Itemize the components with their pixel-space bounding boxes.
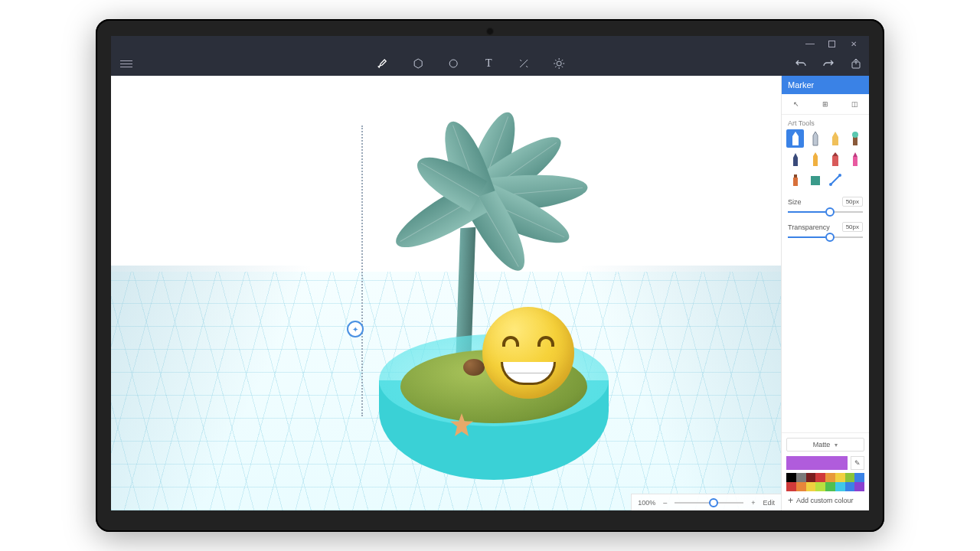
color-swatch[interactable] xyxy=(796,473,806,482)
zoom-in-button[interactable]: + xyxy=(751,499,755,507)
tool-calligraphy-icon[interactable] xyxy=(827,129,844,148)
art-tools-grid xyxy=(782,129,869,194)
tool-fat-marker-icon[interactable] xyxy=(827,150,844,168)
zoom-out-button[interactable]: – xyxy=(663,499,667,507)
finish-dropdown[interactable]: Matte ▾ xyxy=(786,438,864,452)
color-swatch[interactable] xyxy=(854,482,864,491)
transparency-label: Transparency xyxy=(788,223,830,231)
transparency-slider-block: Transparency 50px xyxy=(782,219,869,244)
tool-highlighter-icon[interactable] xyxy=(847,150,864,168)
color-swatch[interactable] xyxy=(825,473,835,482)
svg-point-1 xyxy=(557,61,561,66)
color-swatch[interactable] xyxy=(835,473,845,482)
eyedropper-icon[interactable]: ✎ xyxy=(851,456,864,470)
scene-island[interactable] xyxy=(379,334,609,480)
menu-button[interactable] xyxy=(111,60,142,67)
color-swatch[interactable] xyxy=(815,473,825,482)
share-icon[interactable] xyxy=(849,57,863,70)
svg-point-11 xyxy=(829,183,832,186)
mode-3d-icon[interactable]: ◫ xyxy=(840,94,869,114)
main-toolbar: T xyxy=(111,51,869,76)
add-color-label: Add custom colour xyxy=(796,497,854,504)
zoom-slider[interactable] xyxy=(675,502,743,504)
status-bar: 100% – + Edit xyxy=(631,494,781,510)
tool-pen-icon[interactable] xyxy=(786,150,804,168)
tool-spray-icon[interactable] xyxy=(786,171,804,189)
mode-2d-icon[interactable]: ⊞ xyxy=(811,94,840,114)
color-swatch[interactable] xyxy=(854,473,864,482)
color-swatch[interactable] xyxy=(815,482,825,491)
art-tools-label: Art Tools xyxy=(782,115,869,129)
rotate-handle-icon[interactable]: ✦ xyxy=(347,321,364,337)
brush-tool-icon[interactable] xyxy=(376,57,390,70)
coconut xyxy=(463,359,485,376)
undo-icon[interactable] xyxy=(794,57,808,70)
size-slider-block: Size 50px xyxy=(782,194,869,219)
size-label: Size xyxy=(788,198,802,206)
mode-cursor-icon[interactable]: ↖ xyxy=(782,94,811,114)
transparency-value[interactable]: 50px xyxy=(842,222,863,232)
panel-title: Marker xyxy=(782,76,869,94)
color-swatch[interactable] xyxy=(806,473,816,482)
chevron-down-icon: ▾ xyxy=(835,442,838,448)
svg-rect-5 xyxy=(832,156,838,166)
color-swatch[interactable] xyxy=(825,482,835,491)
size-value[interactable]: 50px xyxy=(842,197,863,207)
starfish xyxy=(448,411,475,439)
color-swatch[interactable] xyxy=(845,473,855,482)
canvas[interactable]: ✦ 100% – + Edit xyxy=(111,76,781,510)
tool-oil-brush-icon[interactable] xyxy=(847,129,864,148)
tool-marker-icon[interactable] xyxy=(786,129,804,148)
color-swatch-grid xyxy=(786,473,864,491)
color-section: Matte ▾ ✎ + Add custom colour xyxy=(782,432,869,510)
redo-icon[interactable] xyxy=(822,57,835,70)
emoji-face xyxy=(482,307,574,399)
svg-point-4 xyxy=(852,132,858,138)
mode-switch: ↖ ⊞ ◫ xyxy=(782,94,869,115)
app-window: T xyxy=(111,36,869,510)
stickers-icon[interactable] xyxy=(446,57,460,70)
svg-rect-8 xyxy=(794,174,797,178)
svg-rect-6 xyxy=(853,157,858,166)
palm-leaves xyxy=(379,126,593,279)
tool-fill-icon[interactable] xyxy=(806,171,824,189)
tablet-camera xyxy=(486,28,494,35)
window-minimize-button[interactable] xyxy=(802,36,818,51)
side-panel: Marker ↖ ⊞ ◫ Art Tools xyxy=(781,76,869,510)
svg-rect-7 xyxy=(793,178,798,186)
svg-point-0 xyxy=(449,60,457,67)
current-color-swatch[interactable] xyxy=(786,456,848,470)
size-slider[interactable] xyxy=(788,211,863,213)
text-tool-icon[interactable]: T xyxy=(482,57,495,70)
window-maximize-button[interactable] xyxy=(828,41,835,47)
lighting-icon[interactable] xyxy=(552,57,566,70)
color-swatch[interactable] xyxy=(845,482,855,491)
selection-guide xyxy=(361,126,363,416)
tool-line-icon[interactable] xyxy=(827,171,844,189)
window-titlebar xyxy=(111,36,869,51)
color-swatch[interactable] xyxy=(786,473,796,482)
window-close-button[interactable] xyxy=(846,36,861,51)
plus-icon: + xyxy=(788,495,793,506)
finish-label: Matte xyxy=(813,441,831,448)
color-swatch[interactable] xyxy=(786,482,796,491)
tool-pencil-icon[interactable] xyxy=(806,129,824,148)
edit-button[interactable]: Edit xyxy=(763,499,775,507)
color-swatch[interactable] xyxy=(806,482,816,491)
transparency-slider[interactable] xyxy=(788,236,863,238)
add-custom-color-button[interactable]: + Add custom colour xyxy=(786,491,864,506)
color-swatch[interactable] xyxy=(835,482,845,491)
3d-shapes-icon[interactable] xyxy=(411,57,425,70)
color-swatch[interactable] xyxy=(796,482,806,491)
svg-line-10 xyxy=(831,175,840,184)
tool-crayon-icon[interactable] xyxy=(806,150,824,168)
svg-rect-9 xyxy=(811,176,820,185)
zoom-value: 100% xyxy=(638,499,655,507)
tablet-frame: T xyxy=(96,19,884,532)
tool-empty xyxy=(847,171,864,189)
svg-point-12 xyxy=(838,174,841,177)
effects-icon[interactable] xyxy=(517,57,531,70)
